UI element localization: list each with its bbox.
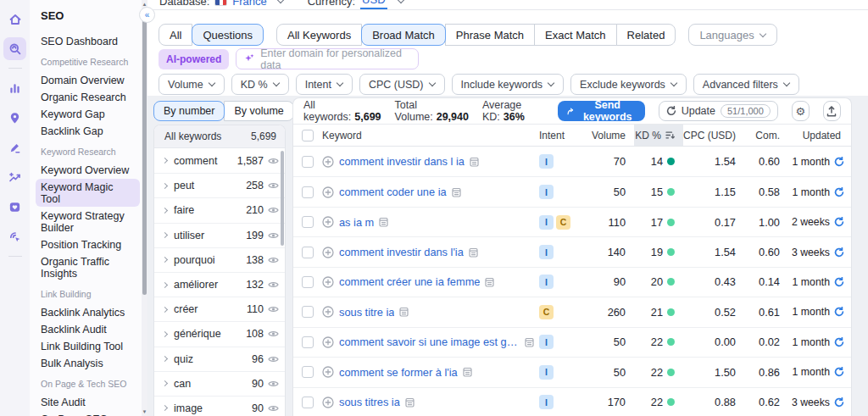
column-header-volume[interactable]: Volume xyxy=(587,125,634,146)
keyword-link[interactable]: comment créer une ia femme xyxy=(339,275,480,288)
keyword-link[interactable]: comment coder une ia xyxy=(339,186,447,198)
sidebar-item-keyword-magic-tool[interactable]: Keyword Magic Tool xyxy=(36,179,140,207)
send-keywords-button[interactable]: Send keywords xyxy=(558,101,645,121)
group-item-comment[interactable]: comment1,587 xyxy=(154,148,285,173)
add-keyword-icon[interactable] xyxy=(322,336,334,348)
seo-icon[interactable] xyxy=(3,37,26,60)
table-row[interactable]: comment investir dans l'iaI140191.540.60… xyxy=(293,236,851,266)
tab-questions[interactable]: Questions xyxy=(192,24,264,46)
sidebar-item-site-audit[interactable]: Site Audit xyxy=(36,394,140,410)
social-icon[interactable] xyxy=(3,196,26,219)
eye-icon[interactable] xyxy=(268,355,279,363)
group-item-g-n-rique[interactable]: générique108 xyxy=(154,321,285,346)
filter-kd[interactable]: KD % xyxy=(231,74,289,95)
add-keyword-icon[interactable] xyxy=(322,216,334,228)
filter-advanced-filters[interactable]: Advanced filters xyxy=(693,74,799,95)
refresh-icon[interactable] xyxy=(834,217,844,227)
sidebar-collapse-button[interactable]: « xyxy=(139,7,155,23)
add-keyword-icon[interactable] xyxy=(322,306,334,318)
sidebar-item-organic-traffic-insights[interactable]: Organic Traffic Insights xyxy=(36,253,140,281)
update-button[interactable]: Update 51/1,000 xyxy=(659,101,778,121)
keyword-link[interactable]: comment investir dans l'ia xyxy=(339,246,464,258)
tab-by-number[interactable]: By number xyxy=(153,101,225,121)
refresh-icon[interactable] xyxy=(834,187,844,197)
sidebar-item-bulk-analysis[interactable]: Bulk Analysis xyxy=(36,355,140,371)
keyword-link[interactable]: as ia m xyxy=(339,216,374,229)
table-row[interactable]: comment se former à l'iaI50221.500.861 m… xyxy=(293,357,851,386)
advertising-icon[interactable] xyxy=(3,225,26,248)
groups-scrollbar-thumb[interactable] xyxy=(281,151,284,246)
serp-features-icon[interactable] xyxy=(485,277,494,287)
sidebar-item-backlink-audit[interactable]: Backlink Audit xyxy=(36,321,140,337)
scroll-down-icon[interactable]: ▼ xyxy=(142,408,147,415)
group-item-image[interactable]: image90 xyxy=(154,396,285,416)
tab-exact-match[interactable]: Exact Match xyxy=(534,24,617,46)
column-header-cpc[interactable]: CPC (USD) xyxy=(683,125,744,146)
keyword-link[interactable]: comment se former à l'ia xyxy=(339,366,458,379)
serp-features-icon[interactable] xyxy=(405,397,415,408)
serp-features-icon[interactable] xyxy=(525,337,534,347)
sidebar-item-keyword-overview[interactable]: Keyword Overview xyxy=(36,162,140,178)
table-row[interactable]: as ia mIC110170.171.002 weeks xyxy=(293,207,851,236)
group-item-peut[interactable]: peut258 xyxy=(154,173,285,197)
sidebar-item-seo-dashboard[interactable]: SEO Dashboard xyxy=(36,33,140,49)
group-item-cr-er[interactable]: créer110 xyxy=(154,297,285,321)
sidebar-item-backlink-analytics[interactable]: Backlink Analytics xyxy=(36,304,140,320)
sidebar-item-on-page-seo-checker[interactable]: On Page SEO Checker xyxy=(36,411,140,416)
tab-broad-match[interactable]: Broad Match xyxy=(361,24,446,46)
row-checkbox[interactable] xyxy=(302,186,314,198)
add-keyword-icon[interactable] xyxy=(322,397,334,408)
row-checkbox[interactable] xyxy=(302,397,314,408)
trends-icon[interactable] xyxy=(3,166,26,189)
serp-features-icon[interactable] xyxy=(463,367,472,377)
eye-icon[interactable] xyxy=(268,305,279,313)
sidebar-item-position-tracking[interactable]: Position Tracking xyxy=(36,236,140,252)
eye-icon[interactable] xyxy=(268,256,279,264)
group-item-faire[interactable]: faire210 xyxy=(154,197,285,222)
add-keyword-icon[interactable] xyxy=(322,156,334,168)
eye-icon[interactable] xyxy=(268,280,279,289)
eye-icon[interactable] xyxy=(268,181,279,190)
sidebar-item-keyword-gap[interactable]: Keyword Gap xyxy=(36,106,140,122)
column-header-keyword[interactable]: Keyword xyxy=(322,125,539,146)
group-item-can[interactable]: can90 xyxy=(154,371,285,396)
database-selector[interactable]: Database: France xyxy=(159,0,284,8)
table-settings-button[interactable]: ⚙ xyxy=(792,101,810,121)
table-row[interactable]: sous titres iaI170220.880.623 weeks xyxy=(293,387,851,416)
group-item-quiz[interactable]: quiz96 xyxy=(154,347,285,371)
filter-cpc-usd[interactable]: CPC (USD) xyxy=(359,74,445,95)
refresh-icon[interactable] xyxy=(834,157,844,167)
keyword-link[interactable]: comment investir dans l ia xyxy=(339,155,465,168)
local-icon[interactable] xyxy=(3,107,26,130)
group-item-am-liorer[interactable]: améliorer132 xyxy=(154,272,285,297)
add-keyword-icon[interactable] xyxy=(322,366,334,378)
keyword-link[interactable]: sous titres ia xyxy=(339,396,400,408)
eye-icon[interactable] xyxy=(268,380,279,388)
add-keyword-icon[interactable] xyxy=(322,186,334,198)
filter-include-keywords[interactable]: Include keywords xyxy=(452,74,565,95)
sidebar-scrollbar[interactable]: ▲ ▼ xyxy=(142,0,147,416)
tab-all-keywords[interactable]: All Keywords xyxy=(276,24,362,46)
domain-input[interactable]: Enter domain for personalized data xyxy=(236,48,419,69)
languages-dropdown[interactable]: Languages xyxy=(688,24,776,46)
sidebar-scrollbar-thumb[interactable] xyxy=(142,20,147,295)
refresh-icon[interactable] xyxy=(834,247,844,258)
row-checkbox[interactable] xyxy=(302,336,314,348)
row-checkbox[interactable] xyxy=(302,366,314,378)
row-checkbox[interactable] xyxy=(302,216,314,228)
eye-icon[interactable] xyxy=(268,206,279,214)
add-keyword-icon[interactable] xyxy=(322,276,334,288)
table-row[interactable]: comment investir dans l iaI70141.540.601… xyxy=(293,147,851,176)
serp-features-icon[interactable] xyxy=(379,217,388,227)
group-item-pourquoi[interactable]: pourquoi138 xyxy=(154,247,285,272)
refresh-icon[interactable] xyxy=(834,337,844,347)
analytics-icon[interactable] xyxy=(3,77,26,100)
eye-icon[interactable] xyxy=(268,404,279,413)
tab-by-volume[interactable]: By volume xyxy=(224,101,293,121)
row-checkbox[interactable] xyxy=(302,247,314,258)
sidebar-item-domain-overview[interactable]: Domain Overview xyxy=(36,72,140,88)
column-header-intent[interactable]: Intent xyxy=(539,125,587,146)
serp-features-icon[interactable] xyxy=(469,247,478,258)
serp-features-icon[interactable] xyxy=(470,157,479,167)
eye-icon[interactable] xyxy=(268,157,279,165)
